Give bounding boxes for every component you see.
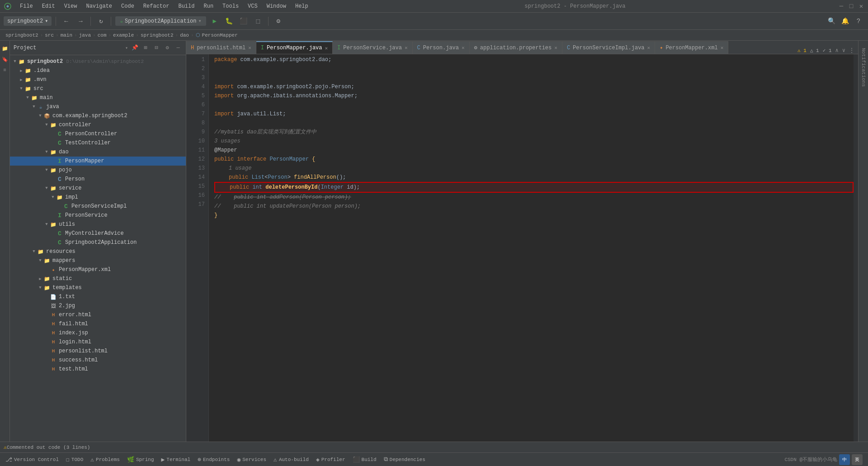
code-area[interactable]: 1 2 3 4 5 6 7 8 9 10 11 12 13 14 15 16 1… xyxy=(186,54,858,442)
maximize-button[interactable]: □ xyxy=(848,3,854,10)
tree-expand-button[interactable]: ⊞ xyxy=(142,44,150,52)
auto-build-status[interactable]: ⚠ Auto-build xyxy=(274,456,309,463)
tree-fail-html[interactable]: H fail.html xyxy=(10,319,186,328)
tree-java[interactable]: ▼ ☕ java xyxy=(10,102,186,111)
tab-application-props[interactable]: ⚙ application.properties ✕ xyxy=(470,41,562,54)
menu-navigate[interactable]: Navigate xyxy=(82,2,116,10)
tab-personlist[interactable]: H personlist.html ✕ xyxy=(186,41,256,54)
tree-person-mapper[interactable]: I PersonMapper xyxy=(10,157,186,166)
tab-person-service-impl[interactable]: C PersonServiceImpl.java ✕ xyxy=(562,41,655,54)
tab-person-service-impl-close[interactable]: ✕ xyxy=(647,45,651,51)
tree-idea[interactable]: ▶ 📁 .idea xyxy=(10,66,186,75)
menu-tools[interactable]: Tools xyxy=(219,2,242,10)
tab-person-mapper-xml[interactable]: ✦ PersonMapper.xml ✕ xyxy=(655,41,728,54)
tab-person-mapper-close[interactable]: ✕ xyxy=(325,45,328,51)
profiler-status[interactable]: ◈ Profiler xyxy=(316,456,345,463)
switch-lang-en-button[interactable]: 英 xyxy=(852,454,863,465)
menu-build[interactable]: Build xyxy=(175,2,198,10)
tree-springboot2-application[interactable]: C Springboot2Application xyxy=(10,238,186,247)
breadcrumb-part-0[interactable]: springboot2 xyxy=(5,33,38,38)
tab-person-service-close[interactable]: ✕ xyxy=(405,45,408,51)
mini-scrollbar[interactable] xyxy=(854,54,858,442)
breadcrumb-part-7[interactable]: dao xyxy=(180,33,189,38)
tab-person-service-java[interactable]: I PersonService.java ✕ xyxy=(333,41,412,54)
breadcrumb-part-1[interactable]: src xyxy=(45,33,54,38)
tab-person-mapper-xml-close[interactable]: ✕ xyxy=(721,45,724,51)
breadcrumb-part-3[interactable]: java xyxy=(79,33,91,38)
tree-collapse-button[interactable]: ⊟ xyxy=(152,44,160,52)
tree-index-jsp[interactable]: H index.jsp xyxy=(10,328,186,338)
notifications-button[interactable]: 🔔 xyxy=(839,15,851,27)
breadcrumb-part-5[interactable]: example xyxy=(113,33,134,38)
breadcrumb-part-8[interactable]: ⬡ xyxy=(196,32,200,38)
tree-impl[interactable]: ▼ 📁 impl xyxy=(10,193,186,202)
breadcrumb-current[interactable]: PersonMapper xyxy=(202,33,238,38)
menu-code[interactable]: Code xyxy=(118,2,138,10)
structure-icon[interactable]: ≡ xyxy=(1,66,9,74)
tree-pin-button[interactable]: 📌 xyxy=(131,44,139,52)
terminal-status[interactable]: ▶ Terminal xyxy=(161,456,191,463)
tree-person[interactable]: C Person xyxy=(10,175,186,184)
tab-personlist-close[interactable]: ✕ xyxy=(248,45,251,51)
tree-my-controller-advice[interactable]: C MyControllerAdvice xyxy=(10,229,186,238)
tree-utils[interactable]: ▼ 📁 utils xyxy=(10,220,186,229)
switch-lang-button[interactable]: 中 xyxy=(839,454,850,465)
tab-person-java-close[interactable]: ✕ xyxy=(462,45,465,51)
menu-edit[interactable]: Edit xyxy=(38,2,59,10)
sync-button[interactable]: ↻ xyxy=(95,15,107,27)
tree-static[interactable]: ▶ 📁 static xyxy=(10,274,186,283)
tree-person-controller[interactable]: C PersonController xyxy=(10,129,186,138)
tree-2-jpg[interactable]: 🖼 2.jpg xyxy=(10,301,186,310)
run-config-dropdown[interactable]: ▾ xyxy=(198,18,202,24)
tree-root[interactable]: ▼ 📁 springboot2 D:\Users\Admin\springboo… xyxy=(10,57,186,66)
tree-settings-button[interactable]: ⚙ xyxy=(163,44,171,52)
tab-person-java[interactable]: C Person.java ✕ xyxy=(413,41,470,54)
settings-button[interactable]: ⚙ xyxy=(273,15,284,27)
tree-dropdown-arrow[interactable]: ▾ xyxy=(125,45,128,51)
tree-pojo[interactable]: ▼ 📁 pojo xyxy=(10,166,186,175)
help-icon-button[interactable]: ? xyxy=(853,15,864,27)
tree-mvn[interactable]: ▶ 📁 .mvn xyxy=(10,75,186,84)
tree-personlist-html[interactable]: H personlist.html xyxy=(10,347,186,356)
search-button[interactable]: 🔍 xyxy=(826,15,837,27)
back-button[interactable]: ← xyxy=(60,15,72,27)
tree-templates[interactable]: ▼ 📁 templates xyxy=(10,283,186,292)
build-status[interactable]: ⬛ Build xyxy=(353,456,377,463)
notifications-label[interactable]: Notifications xyxy=(861,44,866,90)
tree-service[interactable]: ▼ 📁 service xyxy=(10,184,186,193)
dependencies-status[interactable]: ⧉ Dependencies xyxy=(384,456,425,463)
tree-success-html[interactable]: H success.html xyxy=(10,356,186,365)
close-button[interactable]: ✕ xyxy=(858,3,864,10)
menu-view[interactable]: View xyxy=(61,2,81,10)
code-content[interactable]: package com.example.springboot2.dao; imp… xyxy=(209,54,854,442)
project-icon[interactable]: 📁 xyxy=(1,44,9,52)
breadcrumb-part-4[interactable]: com xyxy=(98,33,107,38)
tree-person-service-impl[interactable]: C PersonServiceImpl xyxy=(10,202,186,211)
tab-person-mapper-java[interactable]: I PersonMapper.java ✕ xyxy=(256,41,333,54)
tree-package[interactable]: ▼ 📦 com.example.springboot2 xyxy=(10,111,186,120)
run-button[interactable]: ▶ xyxy=(209,15,221,27)
tab-application-props-close[interactable]: ✕ xyxy=(554,45,557,51)
tree-src[interactable]: ▼ 📁 src xyxy=(10,84,186,93)
tree-person-mapper-xml[interactable]: ✦ PersonMapper.xml xyxy=(10,265,186,274)
version-control-status[interactable]: ⎇ Version Control xyxy=(5,456,59,463)
coverage-button[interactable]: ⬛ xyxy=(238,15,250,27)
breadcrumb-part-6[interactable]: springboot2 xyxy=(141,33,174,38)
tree-mappers[interactable]: ▼ 📁 mappers xyxy=(10,256,186,265)
menu-refactor[interactable]: Refactor xyxy=(140,2,173,10)
tree-controller[interactable]: ▼ 📁 controller xyxy=(10,120,186,129)
bookmark-icon[interactable]: 🔖 xyxy=(1,55,9,63)
profile-button[interactable]: ⬚ xyxy=(252,15,264,27)
menu-vcs[interactable]: VCS xyxy=(244,2,261,10)
tree-test-controller[interactable]: C TestController xyxy=(10,138,186,147)
services-status[interactable]: ◉ Services xyxy=(237,456,266,463)
tree-hide-button[interactable]: ─ xyxy=(174,44,182,52)
tab-list-button[interactable]: ⋮ xyxy=(849,47,854,54)
problems-status[interactable]: ⚠ Problems xyxy=(90,456,120,463)
editor-scroll-down[interactable]: ∨ xyxy=(842,47,845,54)
menu-help[interactable]: Help xyxy=(292,2,312,10)
tree-dao[interactable]: ▼ 📁 dao xyxy=(10,147,186,157)
tree-1-txt[interactable]: 📄 1.txt xyxy=(10,292,186,301)
tree-resources[interactable]: ▼ 📁 resources xyxy=(10,247,186,256)
menu-run[interactable]: Run xyxy=(200,2,217,10)
